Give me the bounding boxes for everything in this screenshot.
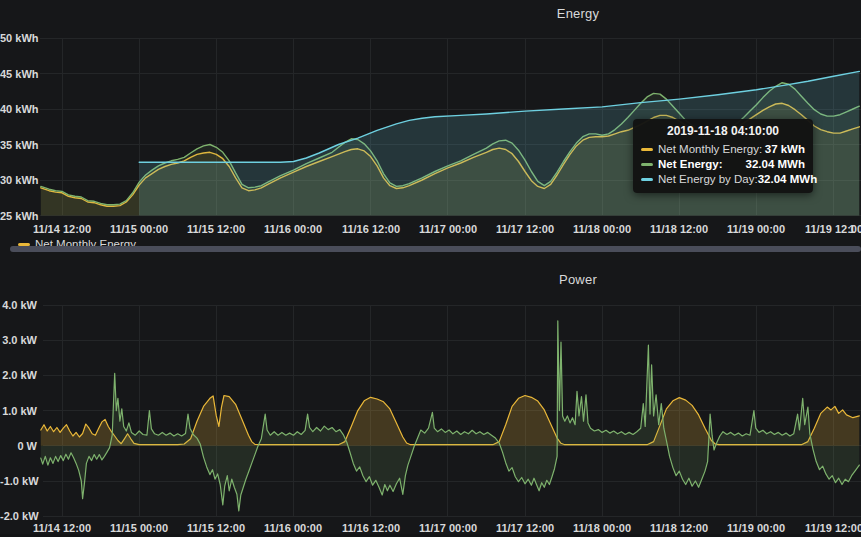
horizontal-scrollbar[interactable] bbox=[10, 246, 861, 252]
grafana-dashboard: { "colors": { "yellow": "#eab839", "gree… bbox=[0, 0, 861, 537]
y-tick-label: 0 W bbox=[0, 439, 37, 453]
graph-tooltip: 2019-11-18 04:10:00 Net Monthly Energy: … bbox=[633, 119, 813, 193]
energy-x-axis-clipped-label: 1 bbox=[849, 222, 861, 236]
tooltip-series-value: 32.04 MWh bbox=[746, 157, 805, 172]
y-tick-label: 3.0 kW bbox=[0, 333, 37, 347]
x-tick-label: 11/17 00:00 bbox=[410, 521, 486, 535]
x-tick-label: 11/16 00:00 bbox=[255, 222, 331, 236]
power-panel-title: Power bbox=[0, 272, 861, 287]
x-tick-label: 11/17 12:00 bbox=[487, 521, 563, 535]
y-tick-label: 2.0 kW bbox=[0, 368, 37, 382]
x-tick-label: 11/17 12:00 bbox=[487, 222, 563, 236]
energy-panel-title: Energy bbox=[0, 6, 861, 21]
x-tick-label: 11/17 00:00 bbox=[410, 222, 486, 236]
tooltip-row: Net Energy by Day: 32.04 MWh bbox=[641, 172, 805, 187]
x-tick-label: 11/14 12:00 bbox=[24, 521, 100, 535]
x-tick-label: 11/15 00:00 bbox=[101, 521, 177, 535]
y-tick-label: 1.0 kW bbox=[0, 404, 37, 418]
time-series-charts[interactable] bbox=[0, 0, 861, 537]
y-tick-label: 40 kWh bbox=[0, 102, 37, 116]
x-tick-label: 11/16 12:00 bbox=[333, 222, 409, 236]
tooltip-row: Net Monthly Energy: 37 kWh bbox=[641, 142, 805, 157]
y-tick-label: -1.0 kW bbox=[0, 474, 37, 488]
y-tick-label: 45 kWh bbox=[0, 67, 37, 81]
y-tick-label: 50 kWh bbox=[0, 31, 37, 45]
tooltip-timestamp: 2019-11-18 04:10:00 bbox=[641, 124, 805, 138]
tooltip-series-label: Net Monthly Energy: bbox=[658, 142, 762, 157]
tooltip-series-label: Net Energy: bbox=[658, 157, 723, 172]
y-tick-label: 35 kWh bbox=[0, 138, 37, 152]
tooltip-series-value: 32.04 MWh bbox=[758, 172, 817, 187]
x-tick-label: 11/15 12:00 bbox=[178, 521, 254, 535]
series-dash-icon bbox=[641, 163, 653, 166]
series-dash-icon bbox=[641, 148, 653, 151]
x-tick-label: 11/15 12:00 bbox=[178, 222, 254, 236]
y-tick-label: 25 kWh bbox=[0, 209, 37, 223]
x-tick-label: 11/15 00:00 bbox=[101, 222, 177, 236]
x-tick-label: 11/19 00:00 bbox=[718, 222, 794, 236]
y-tick-label: 30 kWh bbox=[0, 173, 37, 187]
y-tick-label: 4.0 kW bbox=[0, 298, 37, 312]
x-tick-label: 11/18 12:00 bbox=[641, 222, 717, 236]
series-fill bbox=[41, 321, 860, 511]
x-tick-label: 11/18 00:00 bbox=[564, 521, 640, 535]
tooltip-series-label: Net Energy by Day: bbox=[658, 172, 758, 187]
x-tick-label: 11/19 12:00 bbox=[796, 521, 861, 535]
x-tick-label: 11/18 12:00 bbox=[641, 521, 717, 535]
x-tick-label: 11/14 12:00 bbox=[24, 222, 100, 236]
tooltip-series-value: 37 kWh bbox=[765, 142, 805, 157]
x-tick-label: 11/16 12:00 bbox=[333, 521, 409, 535]
series-dash-icon bbox=[641, 178, 653, 181]
tooltip-row: Net Energy: 32.04 MWh bbox=[641, 157, 805, 172]
x-tick-label: 11/19 00:00 bbox=[718, 521, 794, 535]
x-tick-label: 11/18 00:00 bbox=[564, 222, 640, 236]
series-line bbox=[41, 321, 860, 511]
x-tick-label: 11/16 00:00 bbox=[255, 521, 331, 535]
